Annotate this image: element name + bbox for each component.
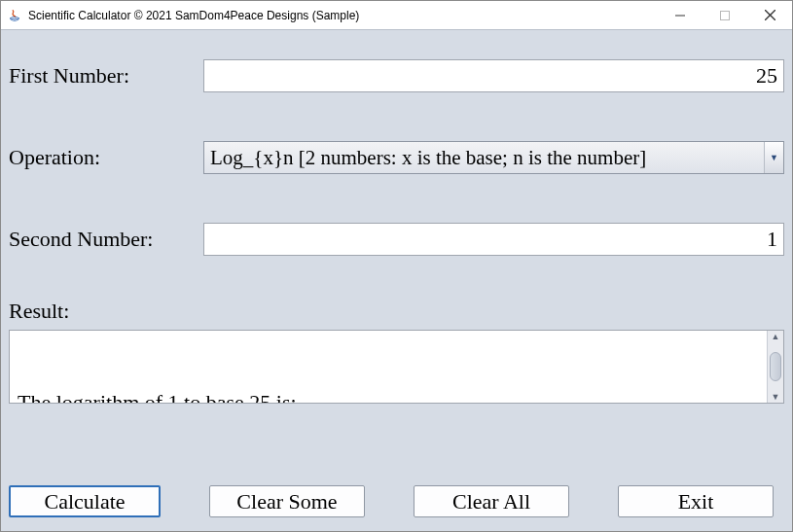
chevron-down-icon: ▼ [764,142,783,173]
first-number-input[interactable] [203,59,784,92]
svg-rect-2 [721,11,730,19]
second-number-label: Second Number: [9,227,203,252]
clear-all-button[interactable]: Clear All [414,485,569,517]
minimize-button[interactable] [658,1,703,29]
content-panel: First Number: Operation: Log_{x}n [2 num… [1,30,792,531]
close-button[interactable] [747,1,792,29]
second-number-input[interactable] [203,223,784,256]
first-number-row: First Number: [9,59,784,92]
scroll-up-icon[interactable]: ▲ [772,332,780,341]
scroll-down-icon[interactable]: ▼ [772,392,780,402]
scroll-thumb[interactable] [770,341,781,392]
second-number-row: Second Number: [9,223,784,256]
operation-label: Operation: [9,145,203,170]
first-number-label: First Number: [9,63,203,89]
java-app-icon [7,8,22,23]
window-controls [658,1,792,29]
result-line-1: The logarithm of 1 to base 25 is: [18,389,759,403]
calculate-button[interactable]: Calculate [9,485,161,517]
maximize-button [703,1,747,29]
svg-point-0 [11,17,18,18]
application-window: Scientific Calculator © 2021 SamDom4Peac… [0,0,793,532]
operation-selected-text: Log_{x}n [2 numbers: x is the base; n is… [210,146,646,170]
result-label: Result: [9,299,784,324]
result-textarea[interactable]: The logarithm of 1 to base 25 is: 0 ▲ ▼ [9,330,784,404]
result-scrollbar[interactable]: ▲ ▼ [767,331,783,403]
window-title: Scientific Calculator © 2021 SamDom4Peac… [28,9,658,22]
clear-some-button[interactable]: Clear Some [209,485,365,517]
result-text: The logarithm of 1 to base 25 is: 0 [10,331,767,403]
operation-row: Operation: Log_{x}n [2 numbers: x is the… [9,141,784,174]
operation-select[interactable]: Log_{x}n [2 numbers: x is the base; n is… [203,141,784,174]
exit-button[interactable]: Exit [618,485,774,517]
button-row: Calculate Clear Some Clear All Exit [9,485,784,521]
titlebar: Scientific Calculator © 2021 SamDom4Peac… [1,1,792,30]
